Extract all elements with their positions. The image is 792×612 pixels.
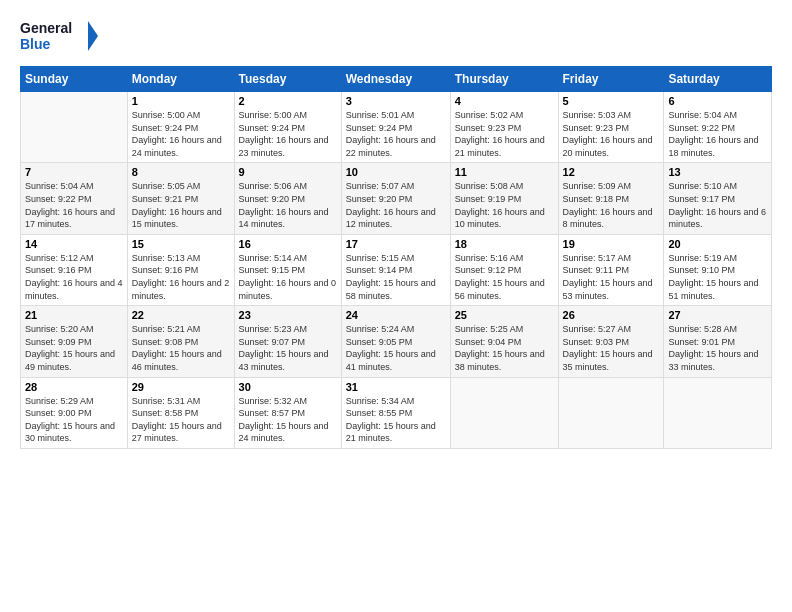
day-number: 15 (132, 238, 230, 250)
day-cell (558, 377, 664, 448)
day-info: Sunrise: 5:03 AMSunset: 9:23 PMDaylight:… (563, 109, 660, 159)
day-number: 8 (132, 166, 230, 178)
day-number: 2 (239, 95, 337, 107)
day-cell: 24 Sunrise: 5:24 AMSunset: 9:05 PMDaylig… (341, 306, 450, 377)
week-row-4: 21 Sunrise: 5:20 AMSunset: 9:09 PMDaylig… (21, 306, 772, 377)
day-number: 26 (563, 309, 660, 321)
day-info: Sunrise: 5:02 AMSunset: 9:23 PMDaylight:… (455, 109, 554, 159)
day-number: 16 (239, 238, 337, 250)
day-cell: 20 Sunrise: 5:19 AMSunset: 9:10 PMDaylig… (664, 234, 772, 305)
day-number: 25 (455, 309, 554, 321)
logo: General Blue (20, 16, 100, 56)
day-cell: 11 Sunrise: 5:08 AMSunset: 9:19 PMDaylig… (450, 163, 558, 234)
day-info: Sunrise: 5:00 AMSunset: 9:24 PMDaylight:… (239, 109, 337, 159)
day-info: Sunrise: 5:25 AMSunset: 9:04 PMDaylight:… (455, 323, 554, 373)
day-cell: 4 Sunrise: 5:02 AMSunset: 9:23 PMDayligh… (450, 92, 558, 163)
day-cell: 23 Sunrise: 5:23 AMSunset: 9:07 PMDaylig… (234, 306, 341, 377)
day-cell: 14 Sunrise: 5:12 AMSunset: 9:16 PMDaylig… (21, 234, 128, 305)
day-info: Sunrise: 5:14 AMSunset: 9:15 PMDaylight:… (239, 252, 337, 302)
day-cell: 15 Sunrise: 5:13 AMSunset: 9:16 PMDaylig… (127, 234, 234, 305)
day-cell: 21 Sunrise: 5:20 AMSunset: 9:09 PMDaylig… (21, 306, 128, 377)
day-cell: 5 Sunrise: 5:03 AMSunset: 9:23 PMDayligh… (558, 92, 664, 163)
day-number: 24 (346, 309, 446, 321)
day-cell: 7 Sunrise: 5:04 AMSunset: 9:22 PMDayligh… (21, 163, 128, 234)
day-cell: 12 Sunrise: 5:09 AMSunset: 9:18 PMDaylig… (558, 163, 664, 234)
day-header-monday: Monday (127, 67, 234, 92)
day-info: Sunrise: 5:01 AMSunset: 9:24 PMDaylight:… (346, 109, 446, 159)
day-info: Sunrise: 5:34 AMSunset: 8:55 PMDaylight:… (346, 395, 446, 445)
day-cell: 18 Sunrise: 5:16 AMSunset: 9:12 PMDaylig… (450, 234, 558, 305)
week-row-2: 7 Sunrise: 5:04 AMSunset: 9:22 PMDayligh… (21, 163, 772, 234)
day-header-sunday: Sunday (21, 67, 128, 92)
day-number: 13 (668, 166, 767, 178)
day-number: 18 (455, 238, 554, 250)
day-info: Sunrise: 5:16 AMSunset: 9:12 PMDaylight:… (455, 252, 554, 302)
day-number: 29 (132, 381, 230, 393)
day-cell (664, 377, 772, 448)
day-cell: 29 Sunrise: 5:31 AMSunset: 8:58 PMDaylig… (127, 377, 234, 448)
day-cell: 27 Sunrise: 5:28 AMSunset: 9:01 PMDaylig… (664, 306, 772, 377)
day-header-friday: Friday (558, 67, 664, 92)
day-number: 9 (239, 166, 337, 178)
day-number: 23 (239, 309, 337, 321)
day-number: 19 (563, 238, 660, 250)
day-cell (450, 377, 558, 448)
day-info: Sunrise: 5:15 AMSunset: 9:14 PMDaylight:… (346, 252, 446, 302)
day-info: Sunrise: 5:04 AMSunset: 9:22 PMDaylight:… (25, 180, 123, 230)
day-cell: 3 Sunrise: 5:01 AMSunset: 9:24 PMDayligh… (341, 92, 450, 163)
day-number: 1 (132, 95, 230, 107)
day-number: 12 (563, 166, 660, 178)
day-cell: 9 Sunrise: 5:06 AMSunset: 9:20 PMDayligh… (234, 163, 341, 234)
day-info: Sunrise: 5:05 AMSunset: 9:21 PMDaylight:… (132, 180, 230, 230)
day-header-tuesday: Tuesday (234, 67, 341, 92)
day-number: 17 (346, 238, 446, 250)
week-row-3: 14 Sunrise: 5:12 AMSunset: 9:16 PMDaylig… (21, 234, 772, 305)
calendar-page: General Blue SundayMondayTuesdayWednesda… (0, 0, 792, 612)
day-info: Sunrise: 5:07 AMSunset: 9:20 PMDaylight:… (346, 180, 446, 230)
day-number: 10 (346, 166, 446, 178)
day-cell: 16 Sunrise: 5:14 AMSunset: 9:15 PMDaylig… (234, 234, 341, 305)
header: General Blue (20, 16, 772, 56)
day-cell (21, 92, 128, 163)
day-cell: 8 Sunrise: 5:05 AMSunset: 9:21 PMDayligh… (127, 163, 234, 234)
day-info: Sunrise: 5:06 AMSunset: 9:20 PMDaylight:… (239, 180, 337, 230)
day-number: 28 (25, 381, 123, 393)
svg-marker-2 (88, 21, 98, 51)
day-number: 27 (668, 309, 767, 321)
day-info: Sunrise: 5:32 AMSunset: 8:57 PMDaylight:… (239, 395, 337, 445)
day-cell: 30 Sunrise: 5:32 AMSunset: 8:57 PMDaylig… (234, 377, 341, 448)
day-number: 4 (455, 95, 554, 107)
calendar-table: SundayMondayTuesdayWednesdayThursdayFrid… (20, 66, 772, 449)
svg-text:Blue: Blue (20, 36, 51, 52)
day-cell: 28 Sunrise: 5:29 AMSunset: 9:00 PMDaylig… (21, 377, 128, 448)
day-cell: 2 Sunrise: 5:00 AMSunset: 9:24 PMDayligh… (234, 92, 341, 163)
day-info: Sunrise: 5:09 AMSunset: 9:18 PMDaylight:… (563, 180, 660, 230)
day-cell: 19 Sunrise: 5:17 AMSunset: 9:11 PMDaylig… (558, 234, 664, 305)
day-info: Sunrise: 5:17 AMSunset: 9:11 PMDaylight:… (563, 252, 660, 302)
day-cell: 22 Sunrise: 5:21 AMSunset: 9:08 PMDaylig… (127, 306, 234, 377)
day-cell: 1 Sunrise: 5:00 AMSunset: 9:24 PMDayligh… (127, 92, 234, 163)
day-cell: 10 Sunrise: 5:07 AMSunset: 9:20 PMDaylig… (341, 163, 450, 234)
day-info: Sunrise: 5:12 AMSunset: 9:16 PMDaylight:… (25, 252, 123, 302)
day-number: 30 (239, 381, 337, 393)
day-cell: 26 Sunrise: 5:27 AMSunset: 9:03 PMDaylig… (558, 306, 664, 377)
day-number: 11 (455, 166, 554, 178)
day-info: Sunrise: 5:27 AMSunset: 9:03 PMDaylight:… (563, 323, 660, 373)
day-header-wednesday: Wednesday (341, 67, 450, 92)
day-info: Sunrise: 5:20 AMSunset: 9:09 PMDaylight:… (25, 323, 123, 373)
day-cell: 31 Sunrise: 5:34 AMSunset: 8:55 PMDaylig… (341, 377, 450, 448)
days-header-row: SundayMondayTuesdayWednesdayThursdayFrid… (21, 67, 772, 92)
day-info: Sunrise: 5:04 AMSunset: 9:22 PMDaylight:… (668, 109, 767, 159)
week-row-1: 1 Sunrise: 5:00 AMSunset: 9:24 PMDayligh… (21, 92, 772, 163)
day-number: 3 (346, 95, 446, 107)
day-info: Sunrise: 5:23 AMSunset: 9:07 PMDaylight:… (239, 323, 337, 373)
day-info: Sunrise: 5:28 AMSunset: 9:01 PMDaylight:… (668, 323, 767, 373)
svg-text:General: General (20, 20, 72, 36)
day-number: 20 (668, 238, 767, 250)
day-number: 21 (25, 309, 123, 321)
day-info: Sunrise: 5:21 AMSunset: 9:08 PMDaylight:… (132, 323, 230, 373)
day-header-saturday: Saturday (664, 67, 772, 92)
day-cell: 6 Sunrise: 5:04 AMSunset: 9:22 PMDayligh… (664, 92, 772, 163)
logo-svg: General Blue (20, 16, 100, 56)
day-cell: 25 Sunrise: 5:25 AMSunset: 9:04 PMDaylig… (450, 306, 558, 377)
